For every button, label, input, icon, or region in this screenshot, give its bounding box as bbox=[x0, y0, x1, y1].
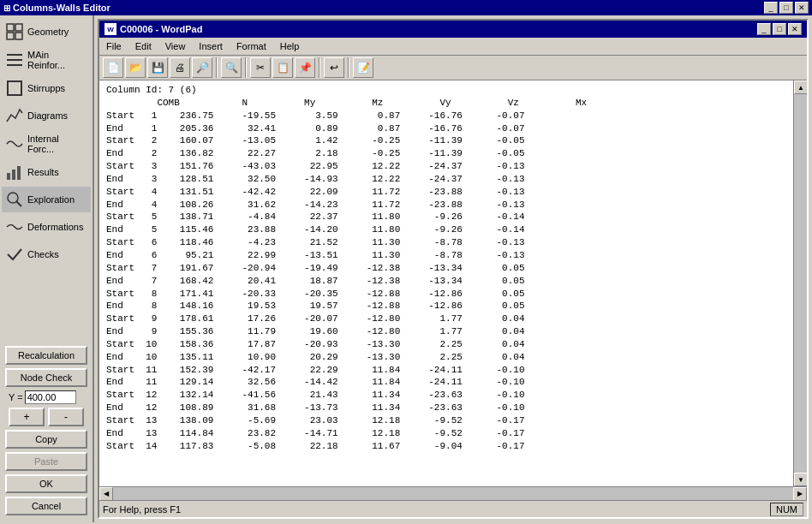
wordpad-window: W C00006 - WordPad _ □ ✕ File Edit View … bbox=[98, 19, 809, 519]
undo-button[interactable]: ↩ bbox=[324, 57, 344, 78]
copy-button[interactable]: Copy bbox=[5, 430, 87, 449]
sidebar-item-checks[interactable]: Checks bbox=[2, 241, 91, 267]
outer-window-controls[interactable]: _ □ ✕ bbox=[764, 2, 809, 14]
outer-window-title: ⊞ Columns-Walls Editor bbox=[3, 3, 110, 13]
print-button[interactable]: 🖨 bbox=[170, 57, 190, 78]
scroll-track-v[interactable] bbox=[794, 94, 807, 473]
sidebar-item-geometry[interactable]: Geometry bbox=[2, 19, 91, 45]
menu-edit[interactable]: Edit bbox=[132, 39, 155, 53]
extra-button[interactable]: 📝 bbox=[353, 57, 373, 78]
menu-file[interactable]: File bbox=[103, 39, 125, 53]
sidebar-item-results[interactable]: Results bbox=[2, 159, 91, 185]
stirrups-icon bbox=[5, 79, 24, 98]
plus-minus-row: + - bbox=[5, 408, 87, 426]
plus-button[interactable]: + bbox=[9, 408, 45, 426]
sidebar-item-exploration[interactable]: Exploration bbox=[2, 187, 91, 212]
minus-button[interactable]: - bbox=[48, 408, 84, 426]
main-reinforcement-label: MAin Reinfor... bbox=[27, 50, 87, 70]
diagrams-icon bbox=[5, 106, 24, 125]
menu-insert[interactable]: Insert bbox=[195, 39, 226, 53]
svg-rect-10 bbox=[17, 166, 21, 180]
toolbar-separator-1 bbox=[216, 57, 218, 78]
menu-help[interactable]: Help bbox=[277, 39, 303, 53]
toolbar-separator-2 bbox=[245, 57, 247, 78]
copy-toolbar-button[interactable]: 📋 bbox=[272, 57, 293, 78]
wordpad-icon: W bbox=[104, 23, 116, 35]
menu-bar: File Edit View Insert Format Help bbox=[99, 38, 807, 56]
scroll-down-button[interactable]: ▼ bbox=[794, 473, 807, 486]
wordpad-titlebar: W C00006 - WordPad _ □ ✕ bbox=[99, 21, 807, 38]
svg-rect-0 bbox=[7, 24, 14, 31]
outer-title-bar: ⊞ Columns-Walls Editor _ □ ✕ bbox=[0, 0, 812, 15]
svg-line-12 bbox=[16, 201, 21, 206]
geometry-label: Geometry bbox=[27, 27, 69, 37]
cut-toolbar-button[interactable]: ✂ bbox=[250, 57, 271, 78]
svg-rect-1 bbox=[15, 24, 22, 31]
internal-forces-icon bbox=[5, 134, 24, 153]
results-icon bbox=[5, 163, 24, 182]
node-check-button[interactable]: Node Check bbox=[5, 368, 87, 387]
checks-label: Checks bbox=[27, 249, 59, 259]
scroll-up-button[interactable]: ▲ bbox=[794, 80, 807, 94]
wordpad-maximize-button[interactable]: □ bbox=[773, 23, 786, 35]
ok-button[interactable]: OK bbox=[5, 474, 87, 493]
menu-view[interactable]: View bbox=[162, 39, 189, 53]
print-preview-button[interactable]: 🔎 bbox=[192, 57, 212, 78]
find-button[interactable]: 🔍 bbox=[221, 57, 242, 78]
svg-rect-3 bbox=[15, 33, 22, 39]
internal-forces-label: Internal Forc... bbox=[27, 134, 87, 154]
wordpad-minimize-button[interactable]: _ bbox=[757, 23, 771, 35]
wordpad-title: W C00006 - WordPad bbox=[104, 23, 202, 35]
save-button[interactable]: 💾 bbox=[147, 57, 168, 78]
outer-close-button[interactable]: ✕ bbox=[795, 2, 809, 14]
results-label: Results bbox=[27, 167, 59, 177]
outer-minimize-button[interactable]: _ bbox=[764, 2, 778, 14]
y-label: Y = bbox=[9, 392, 23, 402]
toolbar-separator-4 bbox=[348, 57, 349, 78]
paste-toolbar-button[interactable]: 📌 bbox=[295, 57, 315, 78]
sidebar-item-stirrups[interactable]: Stirrupps bbox=[2, 75, 91, 101]
sidebar-item-internal-forces[interactable]: Internal Forc... bbox=[2, 130, 91, 158]
sidebar-action-buttons: Recalculation Node Check Y = + - Copy Pa… bbox=[2, 342, 91, 519]
sidebar-item-diagrams[interactable]: Diagrams bbox=[2, 103, 91, 128]
diagrams-label: Diagrams bbox=[27, 110, 68, 121]
menu-format[interactable]: Format bbox=[233, 39, 270, 53]
vertical-scrollbar[interactable]: ▲ ▼ bbox=[793, 80, 807, 486]
y-input-row: Y = bbox=[5, 390, 87, 404]
sidebar-item-main-reinforcement[interactable]: MAin Reinfor... bbox=[2, 46, 91, 74]
toolbar: 📄 📂 💾 🖨 🔎 🔍 ✂ 📋 📌 ↩ 📝 bbox=[99, 56, 807, 80]
main-reinforcement-icon bbox=[5, 51, 24, 69]
scroll-right-button[interactable]: ▶ bbox=[793, 487, 807, 501]
wordpad-controls[interactable]: _ □ ✕ bbox=[757, 23, 802, 35]
geometry-icon bbox=[5, 22, 24, 41]
main-container: Geometry MAin Reinfor... Stirrupps Diagr… bbox=[0, 15, 812, 522]
content-body: Column Id: 7 (6) COMB N My Mz Vy Vz Mx S… bbox=[99, 80, 807, 486]
checks-icon bbox=[5, 245, 24, 264]
sidebar: Geometry MAin Reinfor... Stirrupps Diagr… bbox=[0, 15, 94, 522]
outer-maximize-button[interactable]: □ bbox=[779, 2, 793, 14]
open-button[interactable]: 📂 bbox=[125, 57, 146, 78]
y-input[interactable] bbox=[25, 390, 76, 404]
stirrups-label: Stirrupps bbox=[27, 83, 65, 93]
paste-button[interactable]: Paste bbox=[5, 452, 87, 471]
text-content-area[interactable]: Column Id: 7 (6) COMB N My Mz Vy Vz Mx S… bbox=[99, 80, 793, 486]
status-bar: For Help, press F1 NUM bbox=[99, 500, 807, 517]
svg-rect-7 bbox=[8, 81, 21, 95]
svg-rect-9 bbox=[12, 170, 15, 180]
recalculation-button[interactable]: Recalculation bbox=[5, 346, 87, 365]
new-button[interactable]: 📄 bbox=[103, 57, 123, 78]
outer-window-icon: ⊞ bbox=[3, 3, 10, 13]
cancel-button[interactable]: Cancel bbox=[5, 497, 87, 515]
svg-rect-2 bbox=[7, 33, 14, 39]
scroll-track-h[interactable] bbox=[113, 487, 793, 501]
horizontal-scrollbar[interactable]: ◀ ▶ bbox=[99, 486, 807, 500]
scroll-left-button[interactable]: ◀ bbox=[99, 487, 113, 501]
num-indicator: NUM bbox=[770, 503, 803, 516]
toolbar-separator-3 bbox=[319, 57, 320, 78]
content-area: W C00006 - WordPad _ □ ✕ File Edit View … bbox=[94, 15, 812, 522]
sidebar-item-deformations[interactable]: Deformations bbox=[2, 214, 91, 240]
wordpad-close-button[interactable]: ✕ bbox=[788, 23, 802, 35]
deformations-label: Deformations bbox=[27, 222, 83, 232]
exploration-icon bbox=[5, 190, 24, 209]
text-data: Column Id: 7 (6) COMB N My Mz Vy Vz Mx S… bbox=[106, 84, 786, 452]
